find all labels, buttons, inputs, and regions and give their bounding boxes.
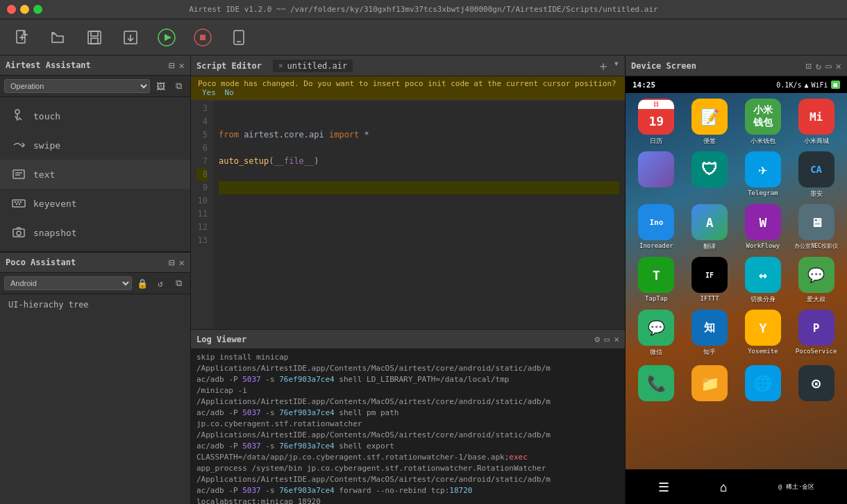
svg-point-14 [15,110,19,114]
poco-lock-icon[interactable]: 🔒 [135,276,150,291]
operation-select[interactable]: Operation [4,79,150,93]
close-button[interactable] [7,5,16,14]
log-minimize-icon[interactable]: ▭ [604,334,610,344]
open-file-button[interactable] [47,26,69,49]
nav-community-text: @ 稀土·金区 [778,482,814,492]
app-item-browser[interactable]: 🌐 [739,365,787,403]
device-rotate-icon[interactable]: ↻ [816,60,821,72]
new-file-button[interactable] [11,26,33,49]
wechat-label: 微信 [650,348,662,357]
assistant-item-swipe[interactable]: swipe [0,131,190,160]
add-script-icon[interactable]: ＋ [597,58,610,74]
folder-icon: 📁 [691,365,728,401]
app-item-nec[interactable]: 🖥 办公室NEC投影仪 [792,204,840,251]
mi-store-icon: Mi [798,99,835,135]
app-item-taptap[interactable]: T TapTap [632,257,680,304]
pocoservice-label: PocoService [796,348,837,355]
svg-marker-9 [165,34,171,41]
svg-rect-15 [13,170,24,178]
assistant-items-list: touch swipe [0,97,190,251]
notes-label: 便签 [703,137,716,146]
taptap-icon: T [638,257,674,293]
touch-label: touch [33,111,60,121]
operation-bar: Operation 🖼 ⧉ [0,76,190,97]
assistant-item-snapshot[interactable]: snapshot [0,218,190,247]
app-item-switch[interactable]: ↔ 切换分身 [739,257,787,304]
close-poco-icon[interactable]: ✕ [179,257,185,268]
app-item-ifttt[interactable]: IF IFTTT [686,257,734,304]
script-editor-title: Script Editor [196,61,262,71]
app-item-wallet[interactable]: 小米钱包 小米钱包 [739,99,787,146]
app-item-zhihu[interactable]: 知 知乎 [686,310,734,357]
device-close-icon[interactable]: ✕ [836,60,841,72]
save-button[interactable] [83,26,106,49]
maximize-button[interactable] [33,5,42,14]
poco-refresh-icon[interactable]: ↺ [153,276,168,291]
speed-indicator: 0.1K/s [776,81,801,89]
minimize-poco-icon[interactable]: ⊟ [169,257,174,268]
grid-icon [638,151,674,187]
phone-status-bar: 14:25 0.1K/s ▲ WiFi ■ [626,76,847,93]
minimize-panel-icon[interactable]: ⊟ [169,60,174,71]
app-item-phone[interactable]: 📞 [632,365,680,403]
log-filter-icon[interactable]: ⚙ [595,334,601,344]
minimize-button[interactable] [20,5,29,14]
nec-icon: 🖥 [798,204,835,240]
svg-rect-3 [88,31,101,44]
app-item-notes[interactable]: 📝 便签 [686,99,734,146]
left-panel: Airtest Assistant ⊟ ✕ Operation 🖼 ⧉ [0,56,191,504]
app-item-wechat[interactable]: 💬 微信 [632,310,680,357]
assistant-item-touch[interactable]: touch [0,101,190,131]
app-grid: 日 19 日历 📝 便签 小米钱包 小米钱包 Mi [626,93,847,362]
export-button[interactable] [119,26,142,49]
telegram-icon: ✈ [745,151,781,187]
app-item-shield[interactable]: 🛡 [686,151,734,199]
right-panel: Device Screen ⊡ ↻ ▭ ✕ 14:25 0.1K/s ▲ WiF… [625,56,847,504]
app-item-translate[interactable]: A 翻译 [686,204,734,251]
app-item-moan[interactable]: CA 墨安 [792,151,840,199]
nav-menu-button[interactable]: ☰ [658,480,669,494]
notes-icon: 📝 [691,99,728,135]
nav-home-button[interactable]: ⌂ [720,480,728,494]
app-item-folder[interactable]: 📁 [686,365,734,403]
toolbar [0,19,847,56]
poco-platform-select[interactable]: Android [4,276,132,290]
assistant-item-keyevent[interactable]: keyevent [0,189,190,218]
app-item-workflowy[interactable]: W WorkFlowy [739,204,787,251]
app-item-telegram[interactable]: ✈ Telegram [739,151,787,199]
browser-icon: 🌐 [745,365,781,401]
keyevent-label: keyevent [33,199,77,209]
more-options-icon[interactable]: ▾ [614,58,619,74]
stop-button[interactable] [192,26,214,49]
log-close-icon[interactable]: ✕ [614,334,619,344]
device-minimize-icon[interactable]: ▭ [825,60,831,72]
app-item-aishu[interactable]: 💬 爱大叔 [792,257,840,304]
code-content[interactable]: from airtest.core.api import * auto_setu… [213,101,625,329]
moan-label: 墨安 [810,190,823,199]
code-area[interactable]: 3 4 5 6 7 8 9 10 11 12 13 from airtest.c… [191,101,625,329]
app-item-calendar[interactable]: 日 19 日历 [632,99,680,146]
app-item-grid[interactable] [632,151,680,199]
device-screenshot-icon[interactable]: ⊡ [805,60,811,72]
close-panel-icon[interactable]: ✕ [179,60,185,71]
device-button[interactable] [228,26,250,49]
center-panel: Script Editor ✕ untitled.air ＋ ▾ Poco mo… [191,56,625,504]
script-editor-tab[interactable]: ✕ untitled.air [273,60,353,72]
poco-yes-button[interactable]: Yes [202,88,216,97]
screenshot-button[interactable]: 🖼 [153,78,168,94]
assistant-item-text[interactable]: text [0,160,190,189]
poco-no-button[interactable]: No [225,88,234,97]
poco-copy-icon[interactable]: ⧉ [171,276,186,291]
app-item-yosemite[interactable]: Y Yosemite [739,310,787,357]
log-content[interactable]: skip install minicap /Applications/Airte… [191,349,625,504]
app-item-inoreader[interactable]: Ino Inoreader [632,204,680,251]
touch-icon [11,108,26,124]
title-bar: Airtest IDE v1.2.0 ~~ /var/folders/ky/31… [0,0,847,19]
copy-button[interactable]: ⧉ [171,78,186,94]
app-item-camera[interactable]: ⊙ [792,365,840,403]
run-button[interactable] [156,26,178,49]
ui-hierarchy-tree[interactable]: UI-hierachy tree [0,294,190,315]
log-viewer-panel: Log Viewer ⚙ ▭ ✕ skip install minicap /A… [191,330,625,504]
app-item-mi-store[interactable]: Mi 小米商城 [792,99,840,146]
app-item-pocoservice[interactable]: P PocoService [792,310,840,357]
